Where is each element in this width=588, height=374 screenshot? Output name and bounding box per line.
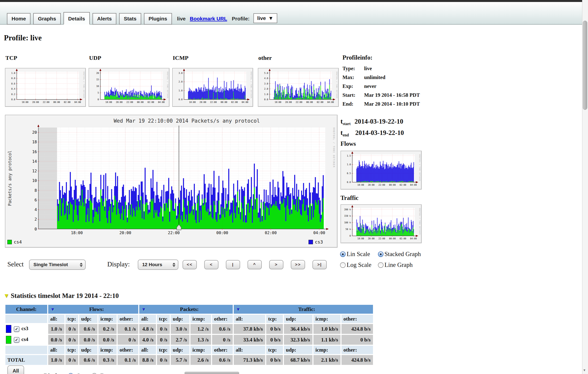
sort-triangle-icon[interactable]: ▼ xyxy=(236,307,241,312)
svg-text:RRDTOOL / TOBI OETIKER: RRDTOOL / TOBI OETIKER xyxy=(250,72,252,98)
svg-text:20: 20 xyxy=(32,130,37,135)
main-timeline-chart[interactable]: 0246810121416182018:0020:0022:0000:0002:… xyxy=(5,115,338,248)
tend-value: 2014-03-19-22-10 xyxy=(355,129,404,136)
stat-value: 3.0 /s xyxy=(171,324,189,334)
cs3-checkbox[interactable]: ✓ xyxy=(14,326,19,332)
stat-value: 1.2 /s xyxy=(190,324,211,334)
svg-text:04:00: 04:00 xyxy=(158,101,165,103)
stat-value: 0 /s xyxy=(65,335,78,345)
subheader-udp: udp: xyxy=(171,315,189,323)
stat-value: 36.4 kb/s xyxy=(284,324,312,334)
traffic-mini-chart[interactable]: 050 k100 k150 k200 k18:0020:0022:0000:00… xyxy=(340,204,422,243)
stat-value: 4.8 /s xyxy=(139,324,156,334)
display-label: Display: xyxy=(107,260,130,268)
horizontal-scrollbar-thumb[interactable] xyxy=(185,372,239,374)
scrollbar-down-arrow-icon[interactable]: ▼ xyxy=(583,368,586,372)
sort-triangle-icon[interactable]: ▼ xyxy=(50,307,55,312)
radio-icon[interactable] xyxy=(378,262,384,268)
nav-pause-button[interactable]: | xyxy=(226,260,240,269)
footer-sum-radio[interactable] xyxy=(68,373,73,374)
tcp-mini-chart[interactable]: 0.00.20.40.60.81.018:0020:0022:0000:0002… xyxy=(5,68,86,107)
icmp-mini-chart[interactable]: 0.01.02.03.018:0020:0022:0000:0002:0004:… xyxy=(172,68,253,107)
all-button[interactable]: All xyxy=(7,365,24,374)
table-subheader-row: all:tcp:udp:icmp:other:all:tcp:udp:icmp:… xyxy=(5,346,373,354)
nav-forward-button[interactable]: > xyxy=(269,260,283,269)
nav-back-button[interactable]: < xyxy=(204,260,218,269)
svg-text:04:00: 04:00 xyxy=(410,184,417,186)
svg-text:RRDTOOL / TOBI OETIKER: RRDTOOL / TOBI OETIKER xyxy=(167,72,169,98)
svg-text:00:00: 00:00 xyxy=(389,184,396,186)
tab-graphs[interactable]: Graphs xyxy=(33,13,61,25)
radio-icon[interactable] xyxy=(340,251,346,257)
svg-text:02:00: 02:00 xyxy=(231,101,238,103)
svg-text:RRDTOOL / TOBI OETIKER: RRDTOOL / TOBI OETIKER xyxy=(336,72,338,98)
tab-stats[interactable]: Stats xyxy=(119,13,141,25)
nav-end-button[interactable]: >| xyxy=(312,260,327,269)
timeslot-mode-select[interactable]: Single Timeslot xyxy=(29,260,86,270)
svg-text:18:00: 18:00 xyxy=(71,230,83,235)
nav-up-button[interactable]: ^ xyxy=(248,260,262,269)
footer-rate-radio[interactable] xyxy=(92,373,97,374)
profile-dropdown[interactable]: live ▼ xyxy=(253,13,278,23)
group-header-packets[interactable]: ▼Packets: xyxy=(139,305,233,314)
stat-value: 0 /s xyxy=(157,335,170,345)
radio-icon[interactable] xyxy=(378,251,384,257)
stat-value: 0.0 /s xyxy=(98,335,117,345)
svg-text:02:00: 02:00 xyxy=(147,101,154,103)
profileinfo-row: Max:unlimited xyxy=(342,73,420,82)
svg-text:22:00: 22:00 xyxy=(378,237,385,240)
svg-text:15: 15 xyxy=(96,78,99,81)
tab-details[interactable]: Details xyxy=(63,12,90,25)
current-profile-text: live xyxy=(177,16,186,22)
svg-text:1.0: 1.0 xyxy=(347,163,351,166)
legend-cs4: cs4 xyxy=(7,239,22,244)
svg-text:0.2: 0.2 xyxy=(11,93,15,96)
tab-plugins[interactable]: Plugins xyxy=(144,13,172,25)
profileinfo-row-label: Max: xyxy=(342,73,364,82)
subheader-all: all: xyxy=(48,346,64,354)
footer-display-label: Display: xyxy=(44,372,65,374)
total-value: 5.7 /s xyxy=(171,355,189,365)
radio-option-log-scale[interactable]: Log Scale xyxy=(340,261,371,268)
display-range-select[interactable]: 12 Hours xyxy=(138,260,178,270)
svg-text:02:00: 02:00 xyxy=(265,230,277,235)
stat-value: 0 b/s xyxy=(266,324,283,334)
footer-rate-label: Rate xyxy=(100,372,112,374)
radio-icon[interactable] xyxy=(340,262,346,268)
stat-value: 0 /s xyxy=(157,324,170,334)
profileinfo-row-label: Exp: xyxy=(342,82,364,91)
radio-option-lin-scale[interactable]: Lin Scale xyxy=(340,251,371,258)
tab-home[interactable]: Home xyxy=(7,13,31,25)
group-header-flows[interactable]: ▼Flows: xyxy=(48,305,138,314)
subheader-other: other: xyxy=(212,346,233,354)
channel-row-cs4: ✓cs40.0 /s0 /s0.0 /s0.0 /s0 /s4.0 /s0 /s… xyxy=(5,335,373,345)
cs4-checkbox[interactable]: ✓ xyxy=(14,337,19,343)
svg-text:100 k: 100 k xyxy=(344,221,351,224)
stats-footer-partial: Display: Sum Rate xyxy=(44,372,112,374)
total-value: 0.1 /s xyxy=(118,355,138,365)
udp-mini-chart[interactable]: 0510152018:0020:0022:0000:0002:0004:00RR… xyxy=(89,68,170,107)
timeline-nav-buttons: <<<|^>>>>| xyxy=(183,260,327,269)
other-mini-chart[interactable]: 0.01.02.03.04.05.018:0020:0022:0000:0002… xyxy=(258,68,339,107)
nav-fast-forward-button[interactable]: >> xyxy=(291,260,305,269)
collapse-triangle-icon[interactable]: ▼ xyxy=(3,293,9,299)
svg-text:1.5: 1.5 xyxy=(347,155,351,157)
stat-value: 0 /s xyxy=(118,335,138,345)
radio-option-stacked-graph[interactable]: Stacked Graph xyxy=(378,251,421,258)
svg-text:18: 18 xyxy=(32,140,37,144)
group-header-label: Traffic: xyxy=(298,306,315,312)
vertical-scrollbar-thumb[interactable] xyxy=(583,21,587,110)
svg-text:1.0: 1.0 xyxy=(264,93,268,96)
profile-dropdown-value: live xyxy=(257,15,266,21)
bookmark-url-link[interactable]: Bookmark URL xyxy=(190,16,227,22)
svg-text:20:00: 20:00 xyxy=(368,184,374,186)
nav-fast-back-button[interactable]: << xyxy=(183,260,197,269)
group-header-traffic[interactable]: ▼Traffic: xyxy=(234,305,373,314)
flows-mini-chart[interactable]: 0.00.51.01.518:0020:0022:0000:0002:0004:… xyxy=(340,151,422,190)
svg-text:00:00: 00:00 xyxy=(137,101,144,103)
tab-alerts[interactable]: Alerts xyxy=(93,13,117,25)
subheader-all: all: xyxy=(234,346,265,354)
stat-value: 1.0 /s xyxy=(48,324,64,334)
sort-triangle-icon[interactable]: ▼ xyxy=(141,307,146,312)
radio-option-line-graph[interactable]: Line Graph xyxy=(378,261,421,268)
